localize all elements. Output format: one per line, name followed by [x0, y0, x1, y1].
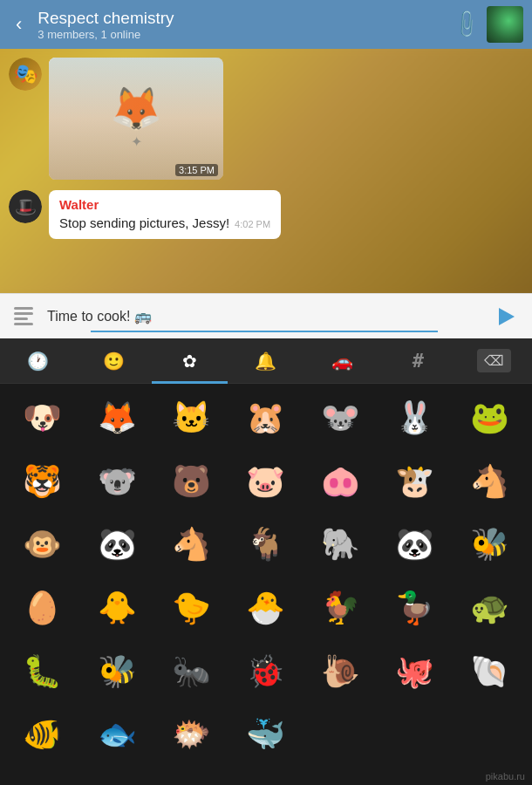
tab-nature[interactable]: ✿ [152, 338, 228, 384]
emoji-panda[interactable]: 🐼 [81, 517, 152, 571]
emoji-frog[interactable]: 🐸 [454, 391, 525, 445]
attach-menu-button[interactable] [7, 300, 40, 333]
hash-icon: # [413, 350, 424, 372]
emoji-duck[interactable]: 🦆 [379, 581, 450, 635]
emoji-blowfish[interactable]: 🐡 [156, 707, 227, 761]
line4 [14, 323, 33, 325]
message-time: 3:15 PM [175, 164, 218, 176]
emoji-hatching[interactable]: 🐣 [230, 581, 301, 635]
image-message-bubble: 🦊 ✦ 3:15 PM [49, 58, 223, 180]
emoji-fox[interactable]: 🦊 [81, 391, 152, 445]
emoji-caterpillar[interactable]: 🐛 [7, 645, 78, 699]
text-message-bubble: Walter Stop sending pictures, Jessy! 4:0… [49, 190, 281, 239]
emoji-tropical-fish[interactable]: 🐠 [7, 707, 78, 761]
emoji-fish[interactable]: 🐟 [81, 707, 152, 761]
input-wrapper [47, 301, 481, 332]
chat-title: Respect chemistry [38, 9, 446, 28]
emoji-mouse[interactable]: 🐭 [305, 391, 376, 445]
line3 [14, 317, 28, 320]
tab-alerts[interactable]: 🔔 [228, 338, 304, 384]
emoji-horse-dark[interactable]: 🐴 [454, 454, 525, 509]
recent-icon: 🕐 [27, 351, 49, 372]
emoji-panda2[interactable]: 🐼 [379, 517, 450, 571]
sender-avatar-jessy: 🎭 [9, 58, 42, 91]
chat-messages: 🎭 🦊 ✦ 3:15 PM 🎩 [0, 49, 532, 293]
emoji-horse[interactable]: 🐴 [156, 517, 227, 571]
emoji-ant[interactable]: 🐜 [156, 645, 227, 699]
chat-subtitle: 3 members, 1 online [38, 28, 446, 41]
hamburger-icon [14, 307, 33, 325]
emoji-turtle[interactable]: 🐢 [454, 581, 525, 635]
tab-symbols[interactable]: # [380, 338, 456, 384]
message-row: 🎩 Walter Stop sending pictures, Jessy! 4… [0, 185, 532, 244]
emoji-bear[interactable]: 🐻 [156, 454, 227, 509]
send-icon [499, 308, 515, 325]
emoji-chick[interactable]: 🐥 [81, 581, 152, 635]
emoji-shell[interactable]: 🐚 [454, 645, 525, 699]
emoji-rabbit[interactable]: 🐰 [379, 391, 450, 445]
back-button[interactable]: ‹ [9, 10, 29, 39]
emoji-octopus[interactable]: 🐙 [379, 645, 450, 699]
watermark: pikabu.ru [486, 771, 525, 782]
emoji-baby-chick[interactable]: 🐤 [156, 581, 227, 635]
emoji-hamster[interactable]: 🐹 [230, 391, 301, 445]
emoji-monkey[interactable]: 🐵 [7, 517, 78, 571]
message-row: 🎭 🦊 ✦ 3:15 PM [0, 49, 532, 185]
attach-icon[interactable]: 📎 [450, 8, 482, 40]
message-sender-name: Walter [59, 197, 270, 212]
emoji-keyboard: 🕐 🙂 ✿ 🔔 🚗 # ⌫ 🐶 🦊 🐱 🐹 🐭 🐰 🐸 🐯 � [0, 338, 532, 775]
tab-smileys[interactable]: 🙂 [76, 338, 152, 384]
emoji-bee2[interactable]: 🐝 [81, 645, 152, 699]
emoji-pig-nose[interactable]: 🐽 [305, 454, 376, 509]
tab-recent[interactable]: 🕐 [0, 338, 76, 384]
emoji-goat[interactable]: 🐐 [230, 517, 301, 571]
emoji-tiger[interactable]: 🐯 [7, 454, 78, 509]
group-avatar[interactable] [487, 6, 523, 43]
message-image: 🦊 ✦ 3:15 PM [49, 58, 223, 180]
bell-icon: 🔔 [255, 351, 276, 372]
emoji-cow[interactable]: 🐮 [379, 454, 450, 509]
message-input-area [0, 293, 532, 338]
car-icon: 🚗 [331, 351, 353, 372]
chat-header: ‹ Respect chemistry 3 members, 1 online … [0, 0, 532, 49]
tab-delete[interactable]: ⌫ [456, 338, 532, 384]
emoji-elephant[interactable]: 🐘 [305, 517, 376, 571]
message-input[interactable] [47, 301, 222, 332]
input-underline [91, 331, 438, 332]
emoji-bee[interactable]: 🐝 [454, 517, 525, 571]
backspace-icon: ⌫ [477, 349, 511, 372]
nature-icon: ✿ [182, 351, 197, 372]
tab-transport[interactable]: 🚗 [304, 338, 380, 384]
sender-avatar-walter: 🎩 [9, 190, 42, 223]
header-info: Respect chemistry 3 members, 1 online [38, 9, 446, 41]
smiley-icon: 🙂 [103, 351, 125, 372]
emoji-cat[interactable]: 🐱 [156, 391, 227, 445]
send-button[interactable] [488, 298, 525, 335]
emoji-ladybug[interactable]: 🐞 [230, 645, 301, 699]
message-time-text: 4:02 PM [235, 219, 270, 229]
message-text: Stop sending pictures, Jessy! [59, 214, 229, 232]
emoji-koala[interactable]: 🐨 [81, 454, 152, 509]
line2 [14, 312, 33, 315]
emoji-rooster[interactable]: 🐓 [305, 581, 376, 635]
emoji-tab-bar: 🕐 🙂 ✿ 🔔 🚗 # ⌫ [0, 338, 532, 384]
line1 [14, 307, 33, 310]
emoji-dog[interactable]: 🐶 [7, 391, 78, 445]
emoji-whale[interactable]: 🐳 [230, 707, 301, 761]
emoji-egg[interactable]: 🥚 [7, 581, 78, 635]
emoji-snail[interactable]: 🐌 [305, 645, 376, 699]
emoji-pig[interactable]: 🐷 [230, 454, 301, 509]
emoji-grid: 🐶 🦊 🐱 🐹 🐭 🐰 🐸 🐯 🐨 🐻 🐷 🐽 🐮 🐴 🐵 🐼 🐴 🐐 🐘 🐼 … [0, 384, 532, 775]
